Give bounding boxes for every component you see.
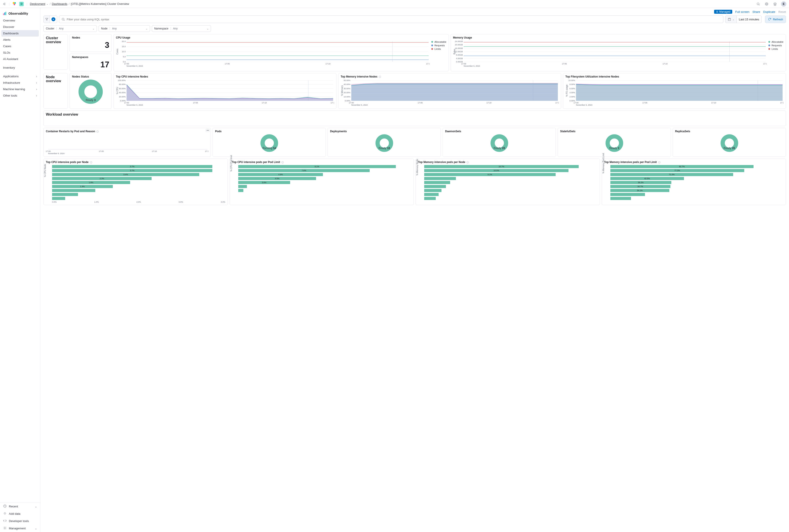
code-icon [3, 519, 7, 523]
panel-title: Pods [215, 130, 323, 133]
svg-text:2.00%: 2.00% [569, 96, 575, 98]
bar: 1.4% [52, 185, 113, 188]
bar: 10.0% [424, 169, 568, 172]
info-icon[interactable] [90, 161, 92, 164]
space-badge[interactable]: D [19, 2, 24, 6]
panel-title: Top CPU intensive Nodes [116, 75, 334, 78]
control-value: Any⌄ [171, 27, 211, 30]
cpu-usage-panel: CPU Usage 0.05.010.015.020.017:0017:0517… [113, 34, 449, 71]
svg-rect-12 [728, 18, 731, 21]
filter-icon[interactable] [44, 16, 50, 23]
svg-text:Cores: Cores [116, 49, 118, 55]
clock-icon [3, 504, 7, 509]
bar: 3.7% [52, 165, 212, 168]
user-avatar[interactable]: E [781, 1, 786, 7]
bar: 4.9% [238, 173, 323, 176]
sidebar-item-overview[interactable]: Overview [0, 17, 40, 24]
info-icon[interactable] [658, 161, 661, 164]
svg-point-0 [13, 2, 15, 4]
svg-text:% CPU: % CPU [116, 87, 118, 94]
svg-text:8.00%: 8.00% [569, 83, 575, 86]
breadcrumb-dashboards[interactable]: Dashboards [52, 2, 67, 5]
sidebar-item-cases[interactable]: Cases [0, 43, 40, 50]
share-link[interactable]: Share [752, 10, 760, 14]
sidebar-footer-add-data[interactable]: Add data [0, 510, 40, 517]
elastic-logo-icon[interactable] [12, 1, 17, 6]
bar [52, 197, 65, 200]
svg-text:10.00%: 10.00% [344, 96, 350, 98]
panel-options-button[interactable]: ••• [206, 129, 210, 132]
sidebar-item-alerts[interactable]: Alerts [0, 37, 40, 43]
workload-overview-panel: Workload overview [43, 111, 786, 126]
sidebar-item-dashboards[interactable]: Dashboards [1, 30, 39, 37]
control-node[interactable]: NodeAny⌄ [98, 25, 150, 32]
svg-text:November 6, 2024: November 6, 2024 [127, 104, 143, 106]
control-cluster[interactable]: ClusterAny⌄ [43, 25, 97, 32]
svg-text:17:10: 17:10 [487, 102, 492, 104]
refresh-button[interactable]: Refresh [765, 16, 786, 23]
sidebar-item-inventory[interactable]: Inventory [0, 64, 40, 71]
sidebar-footer-developer-tools[interactable]: Developer tools [0, 517, 40, 525]
svg-point-5 [766, 3, 767, 4]
global-header: | D | Deployment ⌄ / Dashboards / [OTEL]… [0, 0, 789, 8]
info-icon[interactable] [96, 130, 99, 133]
duplicate-link[interactable]: Duplicate [763, 10, 775, 14]
svg-text:40.00%: 40.00% [119, 92, 126, 94]
search-icon[interactable] [756, 2, 760, 6]
sidebar-item-applications[interactable]: Applications› [0, 73, 40, 79]
chart-legend: AllocatableRequestsLimits [431, 40, 446, 67]
help-icon[interactable] [764, 2, 769, 6]
reset-link[interactable]: Reset [778, 10, 786, 14]
bar [238, 185, 247, 188]
sidebar-item-ai-assistant[interactable]: AI Assistant [0, 56, 40, 62]
svg-text:30.00%: 30.00% [344, 88, 350, 90]
svg-text:17:15: 17:15 [763, 63, 767, 65]
svg-text:17:05: 17:05 [642, 102, 647, 104]
sidebar-item-machine-learning[interactable]: Machine learning› [0, 86, 40, 92]
breadcrumb-deployment[interactable]: Deployment [30, 2, 45, 5]
container-restarts-panel: ••• Container Restarts by Pod and Reason… [43, 128, 211, 157]
sidebar-footer-management[interactable]: Management⌄ [0, 525, 40, 532]
panel-title: Top Memory intensive pods per Pod Limit [604, 160, 784, 164]
axis-label: % Memory Pod Limit [602, 153, 604, 173]
svg-text:17:05: 17:05 [562, 63, 567, 65]
bar: 35.2% [610, 181, 671, 184]
kql-search-input[interactable] [59, 16, 723, 23]
svg-text:17:00: 17:00 [124, 102, 129, 104]
info-icon[interactable] [379, 76, 381, 78]
info-icon[interactable] [281, 161, 284, 164]
top-mem-nodes-panel: Top Memory intensive Nodes 0.00%10.00%20… [338, 73, 561, 109]
sidebar-item-other-tools[interactable]: Other tools› [0, 92, 40, 99]
svg-text:17:10: 17:10 [325, 63, 330, 65]
sidebar-item-slos[interactable]: SLOs [0, 50, 40, 56]
sidebar-item-discover[interactable]: Discover [0, 24, 40, 30]
kql-input-field[interactable] [67, 18, 721, 21]
top-cpu-pods-limit-panel: Top CPU intensive pods per Pod Limit % C… [230, 158, 414, 205]
bar: 7.6% [238, 169, 370, 172]
sidebar-footer-recent[interactable]: Recent⌄ [0, 503, 40, 510]
panel-title: Nodes [72, 36, 109, 39]
main-content: Managed Full screen Share Duplicate Rese… [40, 8, 789, 532]
bar: 2.3% [52, 177, 152, 180]
svg-text:% FS usage: % FS usage [566, 84, 568, 97]
panel-title: Node overview [46, 75, 66, 83]
svg-text:10.00%: 10.00% [568, 79, 575, 81]
cpu-usage-chart: 0.05.010.015.020.017:0017:0517:1017:15No… [116, 40, 429, 67]
svg-point-125 [611, 140, 618, 146]
svg-text:17:10: 17:10 [152, 150, 157, 152]
svg-text:17:00: 17:00 [573, 102, 579, 104]
svg-text:4.00GB: 4.00GB [456, 57, 463, 60]
add-filter-button[interactable]: + [51, 17, 55, 21]
info-icon[interactable] [466, 161, 469, 164]
control-namespace[interactable]: NamespaceAny⌄ [152, 25, 211, 32]
bar: 82.7% [610, 165, 754, 168]
fullscreen-link[interactable]: Full screen [735, 10, 750, 14]
chevron-right-icon: › [36, 88, 37, 91]
nav-collapse-icon[interactable] [3, 2, 6, 6]
integrations-icon[interactable] [773, 2, 777, 6]
calendar-button[interactable]: ⌄ [725, 16, 737, 23]
axis-label: % Memory Node [416, 159, 419, 175]
svg-text:November 6, 2024: November 6, 2024 [127, 65, 143, 67]
time-range-button[interactable]: Last 15 minutes [737, 16, 762, 23]
sidebar-item-infrastructure[interactable]: Infrastructure› [0, 79, 40, 86]
